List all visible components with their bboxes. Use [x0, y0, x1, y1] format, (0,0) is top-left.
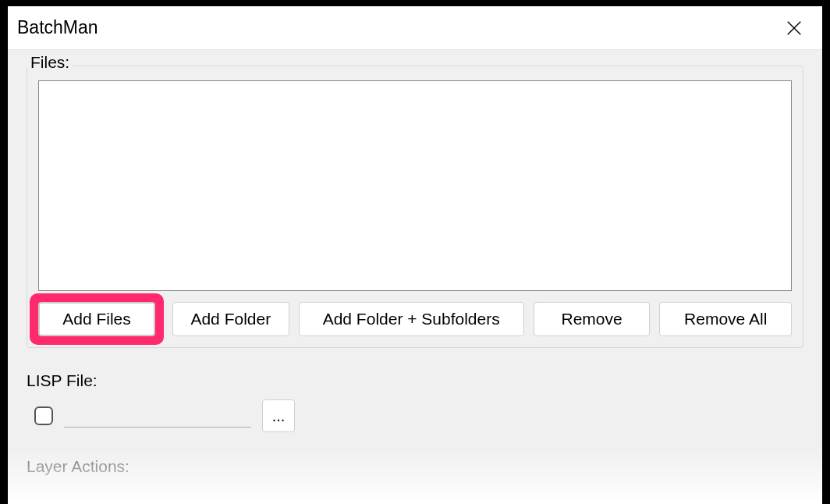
files-listbox[interactable]	[38, 80, 792, 291]
lisp-browse-button[interactable]: ...	[262, 399, 295, 432]
add-files-button[interactable]: Add Files	[38, 302, 155, 336]
dialog-window: BatchMan Files: Add Files Add Folder Add…	[8, 6, 822, 504]
lisp-section: LISP File: ...	[27, 371, 803, 432]
titlebar: BatchMan	[8, 6, 822, 50]
files-fieldset: Files: Add Files Add Folder Add Folder +…	[27, 66, 803, 348]
lisp-file-input[interactable]	[64, 404, 251, 428]
remove-all-button[interactable]: Remove All	[659, 302, 792, 336]
files-button-row: Add Files Add Folder Add Folder + Subfol…	[38, 302, 792, 336]
lisp-file-label: LISP File:	[27, 371, 803, 390]
add-folder-subfolders-button[interactable]: Add Folder + Subfolders	[299, 302, 524, 336]
content-area: Files: Add Files Add Folder Add Folder +…	[8, 50, 822, 504]
lisp-row: ...	[27, 399, 803, 432]
files-legend: Files:	[27, 53, 73, 72]
layer-actions-label: Layer Actions:	[27, 457, 803, 476]
window-title: BatchMan	[17, 17, 98, 38]
close-icon	[786, 20, 803, 37]
close-button[interactable]	[779, 12, 810, 44]
add-folder-button[interactable]: Add Folder	[172, 302, 289, 336]
highlight-annotation: Add Files	[30, 293, 164, 345]
lisp-checkbox[interactable]	[34, 406, 53, 425]
remove-button[interactable]: Remove	[534, 302, 651, 336]
